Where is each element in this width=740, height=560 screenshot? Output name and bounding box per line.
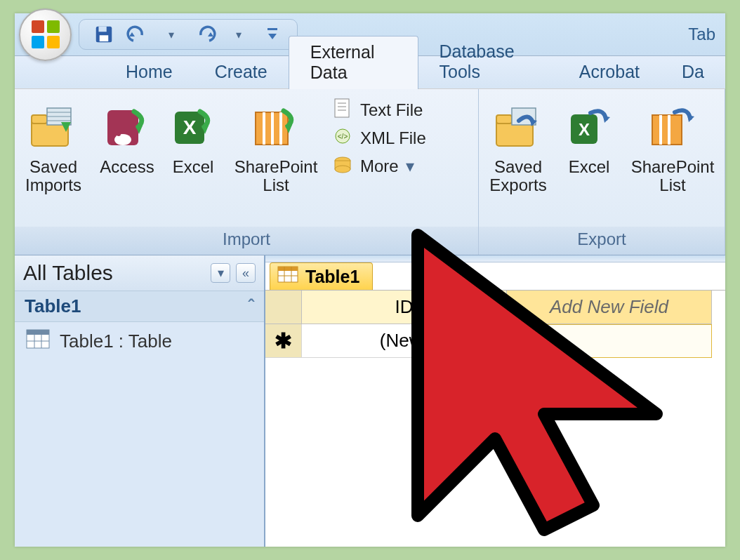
column-header-id[interactable]: ID — [302, 291, 507, 324]
nav-pane-header[interactable]: All Tables ▾ « — [15, 255, 264, 291]
office-button[interactable] — [19, 8, 72, 61]
save-button[interactable] — [92, 22, 116, 46]
nav-item-label: Table1 : Table — [60, 331, 172, 352]
access-import-button[interactable]: Access — [92, 93, 162, 180]
more-import-button[interactable]: More ▾ — [332, 154, 426, 179]
tab-overflow[interactable]: Da — [661, 56, 725, 88]
svg-rect-28 — [496, 115, 512, 124]
datasheet-grid[interactable]: ID Add New Field ✱ (New) — [265, 290, 725, 358]
tab-acrobat[interactable]: Acrobat — [558, 56, 661, 88]
tab-create[interactable]: Create — [194, 56, 289, 88]
sharepoint-export-button[interactable]: SharePoint List — [621, 93, 725, 199]
svg-rect-3 — [267, 28, 277, 30]
nav-group-table1[interactable]: Table1 ˆ — [15, 291, 264, 322]
collapse-group-icon: ˆ — [248, 295, 254, 317]
sharepoint-import-button[interactable]: SharePoint List — [224, 93, 328, 199]
navigation-pane: All Tables ▾ « Table1 ˆ Table1 : Table — [15, 255, 265, 547]
ribbon-group-import: Saved Imports Access X Excel — [15, 89, 479, 255]
nav-collapse-button[interactable]: « — [236, 263, 256, 283]
office-logo-icon — [32, 20, 60, 48]
tab-database-tools[interactable]: Database Tools — [418, 36, 558, 88]
object-tab-table1[interactable]: Table1 — [270, 262, 373, 290]
svg-text:X: X — [579, 120, 590, 139]
svg-rect-5 — [32, 115, 47, 124]
xml-file-label: XML File — [360, 128, 426, 148]
svg-rect-2 — [100, 35, 109, 41]
excel-import-button[interactable]: X Excel — [162, 93, 224, 180]
table-tab-icon — [277, 266, 298, 287]
more-icon — [332, 154, 353, 179]
ribbon-group-export-label: Export — [479, 227, 725, 255]
undo-button[interactable] — [126, 22, 150, 46]
text-file-import-button[interactable]: Text File — [332, 98, 426, 123]
quick-access-toolbar: ▾ ▾ — [79, 19, 298, 50]
row-selector[interactable]: ✱ — [265, 324, 302, 358]
cell-id-new[interactable]: (New) — [302, 324, 507, 358]
svg-rect-41 — [278, 267, 298, 271]
excel-export-button[interactable]: X Excel — [557, 93, 621, 180]
nav-item-table1[interactable]: Table1 : Table — [15, 322, 264, 361]
sharepoint-export-icon — [648, 99, 697, 156]
sharepoint-export-label: SharePoint List — [631, 158, 715, 195]
sharepoint-list-icon — [251, 99, 300, 156]
undo-dropdown[interactable]: ▾ — [159, 22, 183, 46]
svg-text:X: X — [183, 116, 197, 138]
nav-group-label: Table1 — [25, 295, 81, 317]
ribbon-group-import-label: Import — [15, 227, 478, 255]
access-icon — [105, 99, 150, 156]
svg-point-26 — [335, 166, 350, 173]
tab-home[interactable]: Home — [105, 56, 194, 88]
redo-button[interactable] — [193, 22, 217, 46]
excel-export-label: Excel — [569, 158, 610, 176]
tab-external-data[interactable]: External Data — [289, 36, 418, 89]
saved-imports-label: Saved Imports — [25, 158, 81, 195]
ribbon-group-export: Saved Exports X Excel SharePoint List Ex… — [479, 89, 725, 255]
xml-file-icon: </> — [332, 126, 353, 151]
saved-imports-icon — [29, 99, 78, 156]
header-row: ID Add New Field — [265, 291, 725, 324]
saved-exports-label: Saved Exports — [489, 158, 546, 195]
nav-pane-title: All Tables — [23, 261, 113, 285]
svg-point-11 — [117, 132, 121, 136]
text-file-icon — [332, 98, 353, 123]
text-file-label: Text File — [360, 100, 423, 120]
ribbon: Saved Imports Access X Excel — [15, 89, 725, 255]
chevron-down-icon: ▾ — [406, 156, 414, 176]
saved-exports-icon — [494, 99, 543, 156]
more-import-label: More — [360, 156, 399, 176]
xml-file-import-button[interactable]: </> XML File — [332, 126, 426, 151]
table-icon — [26, 329, 50, 354]
excel-export-icon: X — [567, 99, 612, 156]
qat-customize-button[interactable] — [260, 22, 284, 46]
access-import-label: Access — [100, 158, 154, 176]
content-area: All Tables ▾ « Table1 ˆ Table1 : Table T… — [15, 255, 725, 547]
nav-dropdown-button[interactable]: ▾ — [211, 263, 230, 283]
svg-rect-36 — [27, 330, 49, 335]
svg-rect-32 — [652, 115, 682, 145]
svg-rect-18 — [335, 99, 349, 117]
title-right-label: Tab — [688, 25, 715, 44]
svg-rect-1 — [99, 27, 107, 32]
ribbon-tabs: Home Create External Data Database Tools… — [15, 56, 725, 89]
cell-new-field[interactable] — [507, 324, 712, 358]
saved-exports-button[interactable]: Saved Exports — [479, 93, 557, 199]
object-tab-label: Table1 — [305, 267, 359, 287]
excel-icon: X — [171, 99, 216, 156]
column-header-add-new[interactable]: Add New Field — [507, 291, 712, 324]
sharepoint-import-label: SharePoint List — [234, 158, 318, 195]
excel-import-label: Excel — [173, 158, 214, 176]
select-all-cell[interactable] — [265, 291, 302, 324]
datasheet-view: Table1 ID Add New Field ✱ (New) — [265, 255, 725, 547]
saved-imports-button[interactable]: Saved Imports — [15, 93, 92, 199]
redo-dropdown[interactable]: ▾ — [227, 22, 251, 46]
new-record-row[interactable]: ✱ (New) — [265, 324, 725, 358]
svg-text:</>: </> — [338, 133, 348, 140]
